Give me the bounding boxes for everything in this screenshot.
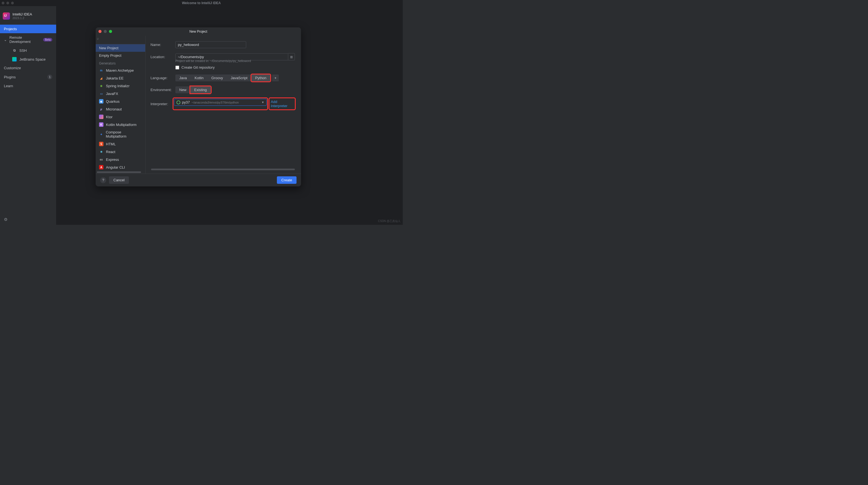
git-checkbox-input[interactable] <box>175 66 179 69</box>
compose-icon: ✦ <box>99 132 103 137</box>
side-item-spring[interactable]: ❀Spring Initializr <box>96 82 145 90</box>
lang-add-button[interactable]: + <box>272 75 279 81</box>
side-item-label: Angular CLI <box>106 165 125 169</box>
maximize-dot-icon[interactable] <box>11 2 14 4</box>
side-item-empty-project[interactable]: Empty Project <box>96 52 145 59</box>
side-item-label: Quarkus <box>106 99 120 104</box>
dialog-titlebar: New Project <box>96 27 301 36</box>
side-item-label: Express <box>106 158 119 162</box>
sidebar-item-ssh[interactable]: ⧉ SSH <box>0 46 56 55</box>
react-icon: ⚛ <box>99 149 103 154</box>
side-item-ktor[interactable]: Ktor <box>96 113 145 121</box>
side-item-micronaut[interactable]: μMicronaut <box>96 105 145 113</box>
add-interpreter-link[interactable]: Add Interpreter <box>270 98 294 109</box>
express-icon: ex <box>99 157 103 162</box>
side-item-angular[interactable]: AAngular CLI <box>96 163 145 171</box>
minimize-dot-icon[interactable] <box>6 2 9 4</box>
gear-icon[interactable]: ⚙ <box>4 217 7 222</box>
sidebar-item-remote-development[interactable]: ⌄ Remote Development Beta <box>0 33 56 46</box>
environment-label: Environment: <box>151 88 175 92</box>
beta-badge: Beta <box>43 38 52 41</box>
location-label: Location: <box>151 55 175 59</box>
kotlin-mp-icon: K <box>99 122 103 127</box>
close-icon[interactable] <box>98 30 101 33</box>
language-segmented: Java Kotlin Groovy JavaScript Python + <box>175 75 279 81</box>
search-input[interactable] <box>98 37 143 42</box>
maven-icon: m <box>99 68 103 73</box>
interpreter-path: ~/anaconda3/envs/py37/bin/python <box>191 101 239 104</box>
dialog-footer: ? Cancel Create <box>96 174 301 186</box>
sidebar-item-label: Learn <box>4 84 13 88</box>
terminal-icon: ⧉ <box>12 48 17 53</box>
side-scroll-thumb[interactable] <box>97 171 141 173</box>
html-icon: 5 <box>99 142 103 146</box>
maximize-icon[interactable] <box>109 30 112 33</box>
content-area: New Project New Project Empty Project Ge… <box>56 6 403 225</box>
side-item-javafx[interactable]: ▭JavaFX <box>96 90 145 97</box>
close-dot-icon[interactable] <box>2 2 4 4</box>
create-button[interactable]: Create <box>277 176 297 184</box>
sidebar-item-learn[interactable]: Learn <box>0 82 56 90</box>
jakarta-icon: ◢ <box>99 76 103 80</box>
side-item-new-project[interactable]: New Project <box>96 44 145 52</box>
sidebar-item-projects[interactable]: Projects <box>0 25 56 33</box>
sidebar-item-plugins[interactable]: Plugins 1 <box>0 72 56 82</box>
git-checkbox-label: Create Git repository <box>182 65 215 69</box>
side-item-label: Compose Multiplatform <box>106 130 142 138</box>
lang-python[interactable]: Python <box>251 75 270 81</box>
new-project-form: Name: Location: ▥ Project will be create… <box>146 36 301 174</box>
lang-javascript[interactable]: JavaScript <box>227 75 251 81</box>
environment-segmented: New Existing <box>175 86 211 93</box>
side-item-express[interactable]: exExpress <box>96 155 145 163</box>
side-item-label: JavaFX <box>106 92 118 96</box>
interpreter-dropdown[interactable]: py37 ~/anaconda3/envs/py37/bin/python ▼ <box>174 99 267 106</box>
lang-kotlin[interactable]: Kotlin <box>191 75 208 81</box>
side-item-quarkus[interactable]: ◈Quarkus <box>96 97 145 105</box>
spring-icon: ❀ <box>99 84 103 88</box>
search-wrapper <box>96 36 145 44</box>
watermark-text: CSDN @乙真仙人 <box>378 219 401 223</box>
env-existing[interactable]: Existing <box>190 86 211 93</box>
main-titlebar: Welcome to IntelliJ IDEA <box>0 0 403 6</box>
git-repo-checkbox[interactable]: Create Git repository <box>175 65 295 69</box>
side-item-maven[interactable]: mMaven Archetype <box>96 66 145 74</box>
project-type-panel: New Project Empty Project Generators mMa… <box>96 36 146 174</box>
minimize-icon[interactable] <box>104 30 107 33</box>
interpreter-name: py37 <box>182 100 190 104</box>
language-label: Language: <box>151 76 175 80</box>
help-button[interactable]: ? <box>100 177 106 183</box>
mac-traffic-lights[interactable] <box>2 2 14 4</box>
ktor-icon <box>99 115 103 119</box>
env-new[interactable]: New <box>175 86 190 93</box>
side-item-compose-mp[interactable]: ✦Compose Multiplatform <box>96 129 145 140</box>
intellij-logo-icon <box>3 12 10 20</box>
brand-name: IntelliJ IDEA <box>12 12 32 16</box>
form-scroll-thumb[interactable] <box>151 169 295 170</box>
sidebar-item-customize[interactable]: Customize <box>0 64 56 72</box>
brand-version: 2023.1.2 <box>12 16 32 20</box>
side-item-label: HTML <box>106 142 116 146</box>
location-hint: Project will be created in: ~/Documents/… <box>175 59 295 62</box>
interpreter-label: Interpreter: <box>151 102 175 106</box>
brand-block: IntelliJ IDEA 2023.1.2 <box>0 12 56 25</box>
cancel-button[interactable]: Cancel <box>109 176 129 184</box>
dialog-title: New Project <box>189 30 208 33</box>
lang-java[interactable]: Java <box>175 75 191 81</box>
jetbrains-space-icon <box>12 57 17 61</box>
side-item-react[interactable]: ⚛React <box>96 148 145 155</box>
sidebar-item-jetbrains-space[interactable]: JetBrains Space <box>0 55 56 64</box>
project-name-input[interactable] <box>175 41 246 48</box>
new-project-dialog: New Project New Project Empty Project Ge… <box>95 27 301 187</box>
lang-groovy[interactable]: Groovy <box>208 75 227 81</box>
chevron-down-icon: ⌄ <box>4 38 7 42</box>
sidebar-item-label: Plugins <box>4 75 16 79</box>
dialog-traffic-lights[interactable] <box>98 30 112 33</box>
name-label: Name: <box>151 42 175 47</box>
side-item-html[interactable]: 5HTML <box>96 140 145 148</box>
side-item-kotlin-mp[interactable]: KKotlin Multiplatform <box>96 121 145 129</box>
side-item-jakarta[interactable]: ◢Jakarta EE <box>96 74 145 82</box>
side-item-label: Micronaut <box>106 107 122 111</box>
main-title: Welcome to IntelliJ IDEA <box>182 1 221 5</box>
sidebar-item-label: JetBrains Space <box>19 57 45 61</box>
chevron-down-icon: ▼ <box>261 101 264 104</box>
